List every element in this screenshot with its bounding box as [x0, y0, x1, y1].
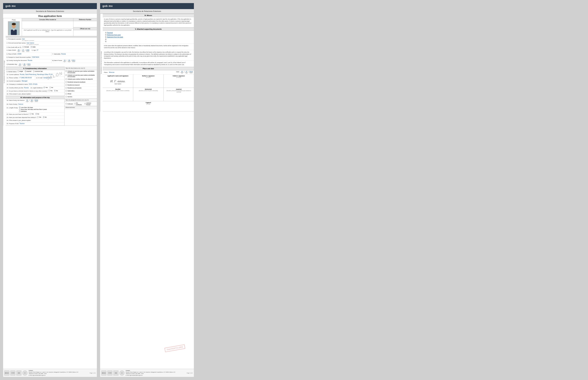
- entry-date-field: 01DD / 08MM / 2018YYYY: [26, 99, 38, 102]
- sig-entrevisto-sub: (Nombre y firma de quien entrevista): [139, 90, 158, 91]
- sig-autorizo-box: Autorizó (Nombre y firma del funcionario…: [164, 88, 194, 101]
- first-name-value: Ivan As it appears in passport: [22, 38, 34, 41]
- nationality-col: 7. Nationality: Russia: [51, 53, 97, 56]
- marital-common: common law: [33, 71, 43, 72]
- visa-opt-4: Residencia temporal: [64, 84, 97, 87]
- watermark-stamp: ПАСПОРТА.ORG: [164, 344, 185, 352]
- footer-page-p2: Page 2 of 2: [187, 372, 193, 374]
- email-value: ivan@mail.ru: [43, 77, 52, 78]
- company-label: 14. Company or Institution's name:: [7, 83, 28, 85]
- footer-p1: MÉXICO COfMER SRE ⊙ Contact: Ricardo Flo…: [3, 369, 97, 377]
- sig-mother-title: Mother's signature: [142, 75, 155, 77]
- purpose-value: Tourism: [20, 123, 24, 124]
- doc-item-0: 1) Passport: [105, 32, 191, 34]
- page-2: gob mx Secretaría de Relaciones Exterior…: [100, 3, 194, 377]
- married-cb: [25, 71, 26, 72]
- visa-opt-3: Residente temporal estudiante: [64, 81, 97, 84]
- visa-opt-1: Visitante con permiso para realizar acti…: [64, 74, 97, 78]
- entry-row: 19. Date of entry into Mexico: 01DD / 08…: [6, 99, 64, 103]
- sex-male-option: Male: [31, 46, 36, 48]
- been-no-cb: [35, 113, 37, 115]
- doc-item-3: 4): [105, 38, 191, 40]
- cofemer-logo-p2: COfMER: [107, 370, 112, 376]
- last-name-value: Ivan Ivanov As it appears in passport: [27, 42, 39, 45]
- photo-box: Photo: [6, 18, 22, 36]
- issue-date-label: b) Date of issue:: [52, 60, 63, 61]
- doc-item-2: 3) Statement from the bank: [105, 36, 191, 38]
- comp-right: Tipo de visa (marca con una X): Visitant…: [64, 67, 97, 126]
- sig-mother-area: [134, 78, 163, 87]
- marital-row: 9. Marital status: single married: [6, 70, 64, 73]
- common-cb: [33, 71, 34, 72]
- visa-opt-5: Residencia permanente: [64, 87, 97, 90]
- observaciones-label: Observaciones:: [65, 107, 75, 108]
- sex-male-checkbox: [31, 46, 32, 48]
- point-label: 20. Point of entry:: [7, 103, 18, 105]
- sig-entrevisto-title: Entrevistó: [145, 88, 152, 90]
- occupation-row: 13. Current occupation: Manager: [6, 80, 64, 83]
- pob-label: 6. Place of birth:: [7, 53, 17, 55]
- legal-text1: According to the Immigration Law and its…: [103, 50, 194, 60]
- purpose-label: 25. Purpose of visit:: [7, 123, 19, 124]
- form-title: Visa application form: [3, 14, 97, 18]
- docs-note: In the cases when the applicant presents…: [103, 44, 194, 50]
- nat-value: Russia: [61, 53, 66, 55]
- visa-opt-0-cb: [65, 71, 67, 72]
- pp-ordinario: Ordinario: [65, 103, 73, 105]
- first-name-label: 1. First (given) name(s):: [7, 38, 21, 40]
- sig-applicant-title: Applicant's name and signature: [107, 75, 128, 77]
- criminal-yes: Yes: [48, 90, 53, 92]
- capturo-sub: (Firma): [147, 103, 150, 105]
- single-cb: [18, 71, 19, 72]
- visa-opt-6-cb: [65, 90, 67, 92]
- criminal-label: 17. Do you have a criminal record in Mex…: [7, 90, 48, 92]
- comp-left: II. Complementary information 9. Marital…: [6, 67, 64, 126]
- issue-country-col: a) Country issuing the document: Russia: [6, 59, 51, 63]
- section5-header: V. Attached supporting documents: [103, 27, 194, 31]
- mexico-logo-p2: MÉXICO: [101, 370, 106, 376]
- dep-no-cb: [43, 116, 44, 118]
- dob-date-field: 09 DD / 07 MM / 1990 YYYY: [17, 49, 29, 52]
- form-body: The distribution of this form is free of…: [3, 18, 97, 126]
- footer-logos-p2: MÉXICO COfMER SRE ⊙: [101, 370, 125, 376]
- issue-date-col: b) Date of issue: 24DD / 08MM / 2011YYYY: [51, 59, 97, 63]
- stay-opt3-cb: [19, 111, 21, 112]
- sig-applicant-area: И. Г. ааиш. Ivan Ivanov: [103, 77, 132, 87]
- exp-row: c) Expiration day: 24DD / 08MM / 2021YYY…: [6, 63, 97, 67]
- been-yes-cb: [30, 113, 31, 115]
- footer-p2: MÉXICO COfMER SRE ⊙ Contact: Ricardo Flo…: [100, 369, 194, 377]
- purpose-row: 25. Purpose of visit: Tourism: [6, 122, 64, 126]
- sig-mother-sub: (If minor): [146, 77, 151, 78]
- sig-father-box: Father's signature (If minor): [164, 75, 194, 88]
- explain24-label: 24. If the answer is yes, please explain…: [7, 119, 31, 121]
- country-legal-row: 15. Country where you live: Russia 16. L…: [6, 86, 64, 89]
- criminal-row: 17. Do you have a criminal record in Mex…: [6, 89, 64, 93]
- side-label-p2: The distribution of this form is free of…: [100, 14, 103, 112]
- been-no: No: [35, 113, 39, 115]
- deported-yes: Yes: [37, 116, 41, 118]
- phone-col: 11. Phone number: +7 (966) 000-00-00: [6, 76, 35, 80]
- visa-opt-2-cb: [65, 78, 67, 80]
- side-label-p1: The distribution of this form is free of…: [3, 18, 6, 126]
- stay-opt2: More than 180 days and less than 4 years: [19, 109, 47, 110]
- marital-label: 9. Marital status:: [7, 71, 17, 72]
- official-value: [73, 30, 97, 36]
- dob-label: 4. Date of birth:: [7, 49, 16, 51]
- explain24-row: 24. If the answer is yes, please explain…: [6, 119, 64, 122]
- sre-logo-p2: SRE: [113, 370, 119, 376]
- doc-list: 1) Passport 2) Reference from work 3) St…: [103, 31, 194, 44]
- exp-label: c) Expiration day:: [7, 63, 17, 65]
- sig-recibio-title: Recibió: [115, 88, 120, 90]
- consular-header: Consular Office located at: [22, 18, 73, 21]
- explain18-row: 18. If the answer is yes, please explain…: [6, 93, 64, 96]
- date-label: Date:: [176, 71, 179, 73]
- gov-header-p2: gob mx: [100, 3, 194, 9]
- observaciones-header: Observaciones:: [64, 106, 97, 109]
- pp-noo-cb: [74, 103, 76, 105]
- passport-value: 725874634: [32, 57, 39, 58]
- sig-father-area: [164, 78, 193, 87]
- footer-contact-p2: Contact: Ricardo Flores Magón no. 2, pis…: [126, 370, 175, 376]
- section2-header: II. Complementary information: [6, 67, 64, 70]
- sig-applicant-image: И. Г. ааиш.: [110, 79, 126, 83]
- legal-yes: Yes: [43, 87, 48, 88]
